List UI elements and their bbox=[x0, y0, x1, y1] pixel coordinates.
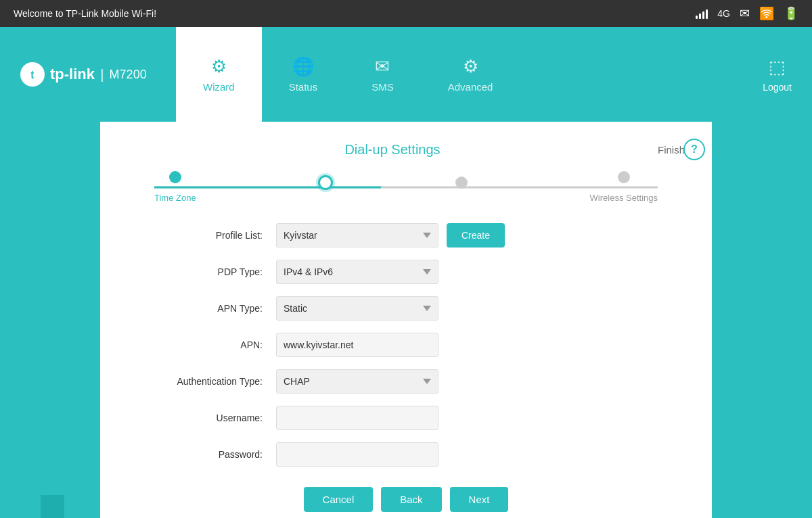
next-button[interactable]: Next bbox=[450, 487, 509, 512]
brand-name: tp-link bbox=[50, 66, 95, 83]
step-wireless-label: Wireless Settings bbox=[590, 193, 658, 203]
apn-type-control: Static Dynamic bbox=[276, 296, 438, 321]
logout-icon: ⬚ bbox=[769, 57, 786, 78]
auth-type-select[interactable]: CHAP PAP None bbox=[276, 369, 438, 394]
page-header: Dial-up Settings Finish bbox=[127, 142, 685, 158]
apn-input[interactable] bbox=[276, 333, 438, 357]
auth-type-label: Authentication Type: bbox=[141, 376, 276, 387]
profile-list-control: Kyivstar Custom Create bbox=[276, 223, 505, 248]
finish-link[interactable]: Finish bbox=[658, 144, 685, 156]
page-title: Dial-up Settings bbox=[344, 142, 440, 158]
password-control bbox=[276, 442, 438, 467]
username-input[interactable] bbox=[276, 406, 438, 430]
step-timezone-label: Time Zone bbox=[154, 193, 196, 203]
username-row: Username: bbox=[141, 406, 671, 430]
main-content: Dial-up Settings Finish ? Time Zone W bbox=[100, 122, 712, 518]
profile-list-row: Profile List: Kyivstar Custom Create bbox=[141, 223, 671, 248]
step-3-dot bbox=[455, 176, 468, 189]
pdp-type-row: PDP Type: IPv4 & IPv6 IPv4 IPv6 bbox=[141, 260, 671, 284]
step-wireless-dot bbox=[618, 171, 630, 183]
network-type: 4G bbox=[717, 8, 730, 19]
tab-status[interactable]: 🌐 Status bbox=[262, 27, 345, 122]
tab-sms[interactable]: ✉ SMS bbox=[344, 27, 421, 122]
logout-button[interactable]: ⬚ Logout bbox=[742, 27, 812, 122]
help-button[interactable]: ? bbox=[683, 139, 705, 160]
mail-icon: ✉ bbox=[740, 6, 750, 21]
auth-type-row: Authentication Type: CHAP PAP None bbox=[141, 369, 671, 394]
back-button[interactable]: Back bbox=[381, 487, 441, 512]
username-control bbox=[276, 406, 438, 430]
tab-status-label: Status bbox=[289, 81, 318, 93]
apn-row: APN: bbox=[141, 333, 671, 357]
step-timezone-dot bbox=[169, 171, 181, 183]
svg-text:t: t bbox=[30, 69, 35, 80]
wizard-icon: ⚙ bbox=[211, 56, 227, 77]
nav-bar: t tp-link | M7200 ⚙ Wizard 🌐 Status ✉ SM… bbox=[0, 27, 812, 122]
step-3 bbox=[455, 176, 468, 198]
logo: t tp-link | M7200 bbox=[20, 62, 147, 87]
step-dialup bbox=[318, 175, 333, 199]
pdp-type-select[interactable]: IPv4 & IPv6 IPv4 IPv6 bbox=[276, 260, 438, 284]
tab-wizard[interactable]: ⚙ Wizard bbox=[176, 27, 262, 122]
password-label: Password: bbox=[141, 449, 276, 460]
tab-advanced-label: Advanced bbox=[448, 81, 493, 93]
status-icon: 🌐 bbox=[292, 56, 314, 77]
profile-list-select[interactable]: Kyivstar Custom bbox=[276, 223, 438, 248]
password-row: Password: bbox=[141, 442, 671, 467]
profile-list-label: Profile List: bbox=[141, 230, 276, 241]
logo-area: t tp-link | M7200 bbox=[0, 27, 176, 122]
battery-icon: 🔋 bbox=[784, 6, 798, 21]
status-bar: Welcome to TP-Link Mobile Wi-Fi! 4G ✉ 🛜 … bbox=[0, 0, 812, 27]
nav-tabs: ⚙ Wizard 🌐 Status ✉ SMS ⚙ Advanced bbox=[176, 27, 742, 122]
step-timezone: Time Zone bbox=[154, 171, 196, 203]
logo-icon: t bbox=[20, 62, 45, 87]
model-name: M7200 bbox=[110, 68, 147, 82]
apn-type-select[interactable]: Static Dynamic bbox=[276, 296, 438, 321]
status-indicators: 4G ✉ 🛜 🔋 bbox=[696, 6, 798, 21]
signal-icon bbox=[696, 8, 708, 19]
step-wireless: Wireless Settings bbox=[590, 171, 658, 203]
divider: | bbox=[100, 67, 104, 83]
password-input[interactable] bbox=[276, 442, 438, 467]
progress-bar: Time Zone Wireless Settings bbox=[154, 171, 658, 203]
create-button[interactable]: Create bbox=[447, 223, 505, 248]
tab-advanced[interactable]: ⚙ Advanced bbox=[421, 27, 520, 122]
wifi-icon: 🛜 bbox=[759, 6, 774, 21]
apn-type-label: APN Type: bbox=[141, 303, 276, 314]
logout-label: Logout bbox=[763, 82, 792, 93]
pdp-type-control: IPv4 & IPv6 IPv4 IPv6 bbox=[276, 260, 438, 284]
welcome-text: Welcome to TP-Link Mobile Wi-Fi! bbox=[14, 8, 156, 19]
apn-type-row: APN Type: Static Dynamic bbox=[141, 296, 671, 321]
sms-icon: ✉ bbox=[375, 56, 390, 77]
username-label: Username: bbox=[141, 413, 276, 423]
apn-label: APN: bbox=[141, 339, 276, 350]
tab-sms-label: SMS bbox=[371, 81, 394, 93]
advanced-icon: ⚙ bbox=[463, 56, 478, 77]
bottom-buttons: Cancel Back Next bbox=[127, 487, 685, 512]
tab-wizard-label: Wizard bbox=[203, 81, 235, 93]
auth-type-control: CHAP PAP None bbox=[276, 369, 438, 394]
apn-control bbox=[276, 333, 438, 357]
form-area: Profile List: Kyivstar Custom Create PDP… bbox=[127, 223, 685, 467]
cancel-button[interactable]: Cancel bbox=[304, 487, 374, 512]
step-dialup-dot bbox=[318, 175, 333, 190]
pdp-type-label: PDP Type: bbox=[141, 266, 276, 277]
